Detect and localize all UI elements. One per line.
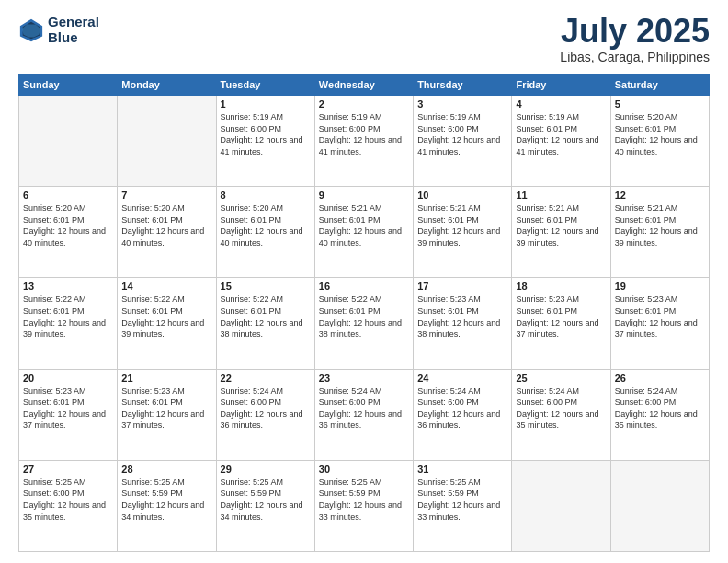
day-number: 3: [417, 98, 507, 109]
day-info: Sunrise: 5:25 AM Sunset: 6:00 PM Dayligh…: [23, 477, 113, 523]
calendar-week-3: 13Sunrise: 5:22 AM Sunset: 6:01 PM Dayli…: [19, 278, 710, 369]
calendar-cell: 18Sunrise: 5:23 AM Sunset: 6:01 PM Dayli…: [512, 278, 610, 369]
header: General Blue July 2025 Libas, Caraga, Ph…: [18, 15, 710, 64]
day-info: Sunrise: 5:24 AM Sunset: 6:00 PM Dayligh…: [516, 385, 606, 431]
calendar-cell: 24Sunrise: 5:24 AM Sunset: 6:00 PM Dayli…: [414, 369, 512, 460]
day-header-thursday: Thursday: [414, 75, 512, 96]
calendar-table: SundayMondayTuesdayWednesdayThursdayFrid…: [18, 74, 710, 552]
day-info: Sunrise: 5:19 AM Sunset: 6:00 PM Dayligh…: [319, 111, 409, 157]
calendar-cell: 29Sunrise: 5:25 AM Sunset: 5:59 PM Dayli…: [216, 460, 314, 551]
day-number: 28: [121, 464, 211, 475]
calendar-body: 1Sunrise: 5:19 AM Sunset: 6:00 PM Daylig…: [19, 96, 710, 552]
day-info: Sunrise: 5:23 AM Sunset: 6:01 PM Dayligh…: [516, 293, 606, 339]
day-number: 10: [417, 190, 507, 201]
day-info: Sunrise: 5:20 AM Sunset: 6:01 PM Dayligh…: [121, 202, 211, 248]
day-info: Sunrise: 5:25 AM Sunset: 5:59 PM Dayligh…: [221, 477, 311, 523]
day-number: 19: [615, 281, 705, 292]
calendar-week-4: 20Sunrise: 5:23 AM Sunset: 6:01 PM Dayli…: [19, 369, 710, 460]
calendar-cell: 15Sunrise: 5:22 AM Sunset: 6:01 PM Dayli…: [216, 278, 314, 369]
logo-text: General Blue: [48, 15, 99, 45]
calendar-cell: 5Sunrise: 5:20 AM Sunset: 6:01 PM Daylig…: [610, 96, 709, 187]
calendar-week-5: 27Sunrise: 5:25 AM Sunset: 6:00 PM Dayli…: [19, 460, 710, 551]
calendar-cell: 10Sunrise: 5:21 AM Sunset: 6:01 PM Dayli…: [414, 187, 512, 278]
calendar-cell: 9Sunrise: 5:21 AM Sunset: 6:01 PM Daylig…: [314, 187, 413, 278]
day-info: Sunrise: 5:22 AM Sunset: 6:01 PM Dayligh…: [121, 293, 211, 339]
day-number: 7: [121, 190, 211, 201]
day-info: Sunrise: 5:25 AM Sunset: 5:59 PM Dayligh…: [121, 477, 211, 523]
day-number: 27: [23, 464, 113, 475]
calendar-cell: 25Sunrise: 5:24 AM Sunset: 6:00 PM Dayli…: [512, 369, 610, 460]
day-info: Sunrise: 5:22 AM Sunset: 6:01 PM Dayligh…: [221, 293, 311, 339]
day-info: Sunrise: 5:25 AM Sunset: 5:59 PM Dayligh…: [417, 477, 507, 523]
calendar-cell: [118, 96, 216, 187]
day-number: 31: [417, 464, 507, 475]
day-number: 16: [319, 281, 409, 292]
calendar-cell: 26Sunrise: 5:24 AM Sunset: 6:00 PM Dayli…: [610, 369, 709, 460]
day-info: Sunrise: 5:19 AM Sunset: 6:00 PM Dayligh…: [221, 111, 311, 157]
calendar-cell: 2Sunrise: 5:19 AM Sunset: 6:00 PM Daylig…: [314, 96, 413, 187]
calendar-cell: 27Sunrise: 5:25 AM Sunset: 6:00 PM Dayli…: [19, 460, 118, 551]
day-info: Sunrise: 5:21 AM Sunset: 6:01 PM Dayligh…: [516, 202, 606, 248]
calendar-cell: 21Sunrise: 5:23 AM Sunset: 6:01 PM Dayli…: [118, 369, 216, 460]
day-info: Sunrise: 5:23 AM Sunset: 6:01 PM Dayligh…: [23, 385, 113, 431]
day-number: 5: [615, 98, 705, 109]
calendar-cell: 7Sunrise: 5:20 AM Sunset: 6:01 PM Daylig…: [118, 187, 216, 278]
page: General Blue July 2025 Libas, Caraga, Ph…: [0, 0, 728, 563]
day-number: 24: [417, 373, 507, 384]
calendar-cell: 19Sunrise: 5:23 AM Sunset: 6:01 PM Dayli…: [610, 278, 709, 369]
day-header-tuesday: Tuesday: [216, 75, 314, 96]
day-number: 11: [516, 190, 606, 201]
day-info: Sunrise: 5:20 AM Sunset: 6:01 PM Dayligh…: [221, 202, 311, 248]
location-subtitle: Libas, Caraga, Philippines: [560, 50, 710, 64]
day-number: 18: [516, 281, 606, 292]
calendar-cell: 17Sunrise: 5:23 AM Sunset: 6:01 PM Dayli…: [414, 278, 512, 369]
day-info: Sunrise: 5:20 AM Sunset: 6:01 PM Dayligh…: [615, 111, 705, 157]
calendar-cell: [512, 460, 610, 551]
day-number: 6: [23, 190, 113, 201]
day-info: Sunrise: 5:24 AM Sunset: 6:00 PM Dayligh…: [221, 385, 311, 431]
day-info: Sunrise: 5:24 AM Sunset: 6:00 PM Dayligh…: [319, 385, 409, 431]
calendar-cell: 3Sunrise: 5:19 AM Sunset: 6:00 PM Daylig…: [414, 96, 512, 187]
day-number: 12: [615, 190, 705, 201]
day-info: Sunrise: 5:19 AM Sunset: 6:00 PM Dayligh…: [417, 111, 507, 157]
day-number: 21: [121, 373, 211, 384]
calendar-cell: 31Sunrise: 5:25 AM Sunset: 5:59 PM Dayli…: [414, 460, 512, 551]
day-number: 9: [319, 190, 409, 201]
title-block: July 2025 Libas, Caraga, Philippines: [560, 15, 710, 64]
day-number: 15: [221, 281, 311, 292]
day-number: 8: [221, 190, 311, 201]
logo: General Blue: [18, 15, 99, 45]
calendar-cell: 30Sunrise: 5:25 AM Sunset: 5:59 PM Dayli…: [314, 460, 413, 551]
day-number: 20: [23, 373, 113, 384]
month-title: July 2025: [560, 15, 710, 48]
day-info: Sunrise: 5:23 AM Sunset: 6:01 PM Dayligh…: [615, 293, 705, 339]
day-number: 1: [221, 98, 311, 109]
calendar-cell: 8Sunrise: 5:20 AM Sunset: 6:01 PM Daylig…: [216, 187, 314, 278]
day-info: Sunrise: 5:24 AM Sunset: 6:00 PM Dayligh…: [615, 385, 705, 431]
calendar-cell: 23Sunrise: 5:24 AM Sunset: 6:00 PM Dayli…: [314, 369, 413, 460]
day-number: 4: [516, 98, 606, 109]
day-info: Sunrise: 5:20 AM Sunset: 6:01 PM Dayligh…: [23, 202, 113, 248]
calendar-week-2: 6Sunrise: 5:20 AM Sunset: 6:01 PM Daylig…: [19, 187, 710, 278]
day-info: Sunrise: 5:19 AM Sunset: 6:01 PM Dayligh…: [516, 111, 606, 157]
calendar-cell: [19, 96, 118, 187]
day-info: Sunrise: 5:24 AM Sunset: 6:00 PM Dayligh…: [417, 385, 507, 431]
day-number: 26: [615, 373, 705, 384]
day-number: 23: [319, 373, 409, 384]
day-info: Sunrise: 5:22 AM Sunset: 6:01 PM Dayligh…: [319, 293, 409, 339]
day-number: 22: [221, 373, 311, 384]
calendar-week-1: 1Sunrise: 5:19 AM Sunset: 6:00 PM Daylig…: [19, 96, 710, 187]
day-header-friday: Friday: [512, 75, 610, 96]
calendar-cell: [610, 460, 709, 551]
day-number: 13: [23, 281, 113, 292]
calendar-cell: 1Sunrise: 5:19 AM Sunset: 6:00 PM Daylig…: [216, 96, 314, 187]
calendar-cell: 14Sunrise: 5:22 AM Sunset: 6:01 PM Dayli…: [118, 278, 216, 369]
day-info: Sunrise: 5:23 AM Sunset: 6:01 PM Dayligh…: [417, 293, 507, 339]
calendar-cell: 11Sunrise: 5:21 AM Sunset: 6:01 PM Dayli…: [512, 187, 610, 278]
calendar-cell: 16Sunrise: 5:22 AM Sunset: 6:01 PM Dayli…: [314, 278, 413, 369]
calendar-cell: 20Sunrise: 5:23 AM Sunset: 6:01 PM Dayli…: [19, 369, 118, 460]
calendar-cell: 12Sunrise: 5:21 AM Sunset: 6:01 PM Dayli…: [610, 187, 709, 278]
day-number: 29: [221, 464, 311, 475]
day-headers-row: SundayMondayTuesdayWednesdayThursdayFrid…: [19, 75, 710, 96]
calendar-cell: 6Sunrise: 5:20 AM Sunset: 6:01 PM Daylig…: [19, 187, 118, 278]
